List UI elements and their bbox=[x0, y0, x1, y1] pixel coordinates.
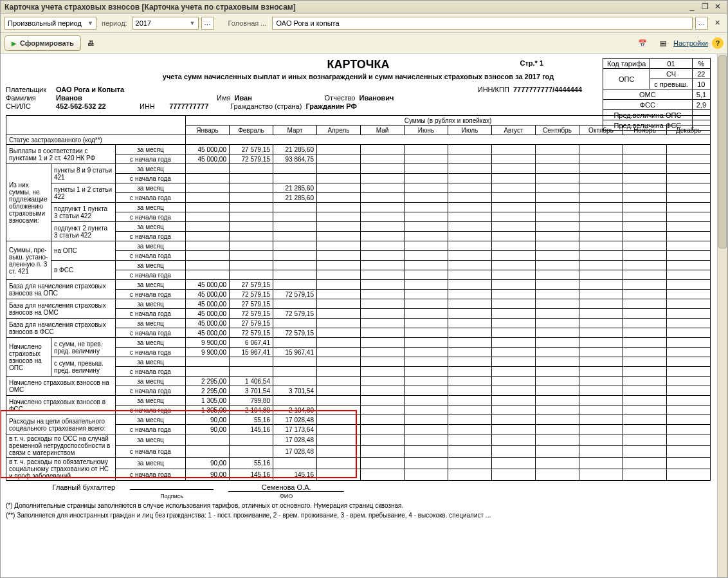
period-mode-dropdown[interactable]: Произвольный период ▼ bbox=[5, 17, 96, 30]
organization-field[interactable]: ОАО Рога и копыта bbox=[272, 17, 693, 30]
footnote-1: (*) Дополнительные страницы заполняются … bbox=[6, 502, 711, 509]
period-picker-button[interactable]: … bbox=[201, 17, 214, 30]
signature-block: Главный бухгалтер Семенова О.А. Подпись … bbox=[6, 483, 711, 499]
play-icon: ▸ bbox=[12, 38, 16, 48]
period-label: период: bbox=[102, 19, 127, 27]
org-picker-button[interactable]: … bbox=[695, 17, 708, 30]
settings-link[interactable]: Настройки bbox=[673, 39, 708, 47]
generate-button[interactable]: ▸ Сформировать bbox=[5, 35, 81, 51]
help-icon[interactable]: ? bbox=[712, 37, 723, 49]
maximize-button[interactable]: ❐ bbox=[699, 3, 711, 12]
vertical-scrollbar[interactable] bbox=[717, 54, 727, 577]
toolbar-actions: ▸ Сформировать 🖶 📅 ▤ Настройки ? bbox=[1, 33, 727, 54]
report-content: КАРТОЧКА учета сумм начисленных выплат и… bbox=[1, 54, 727, 577]
toolbar-top: Произвольный период ▼ период: 2017 ▼ … Г… bbox=[1, 14, 727, 33]
footnote-2: (**) Заполняется для иностранных граждан… bbox=[6, 512, 711, 519]
titlebar: Карточка учета страховых взносов [Карточ… bbox=[1, 1, 727, 14]
print-icon[interactable]: 🖶 bbox=[85, 37, 98, 50]
period-value-dropdown[interactable]: 2017 ▼ bbox=[132, 17, 199, 30]
close-button[interactable]: ✕ bbox=[712, 3, 723, 12]
chevron-down-icon: ▼ bbox=[190, 20, 196, 26]
head-label: Головная ... bbox=[228, 19, 267, 27]
calendar-icon[interactable]: 📅 bbox=[636, 37, 649, 50]
chevron-down-icon: ▼ bbox=[87, 20, 93, 26]
main-data-table: Суммы (в рублях и копейках) ЯнварьФеврал… bbox=[6, 115, 711, 481]
window-title: Карточка учета страховых взносов [Карточ… bbox=[5, 3, 685, 12]
page-indicator: Стр.* 1 bbox=[520, 59, 543, 67]
clear-org-button[interactable]: ✕ bbox=[711, 17, 723, 30]
list-icon[interactable]: ▤ bbox=[657, 37, 669, 50]
tariff-table: Код тарифа01% ОПССЧ22 с превыш.10 ОМС5,1… bbox=[603, 58, 711, 131]
minimize-button[interactable]: _ bbox=[686, 3, 698, 12]
scrollbar-thumb[interactable] bbox=[718, 55, 727, 248]
